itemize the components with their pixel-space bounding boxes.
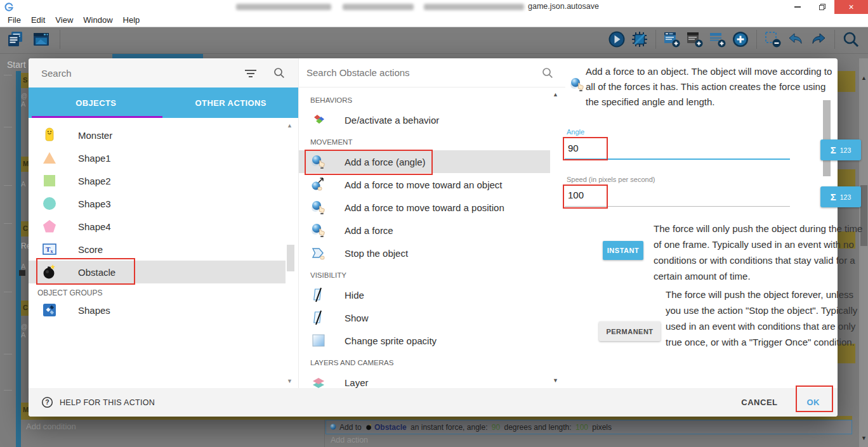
section-header-behaviors: BEHAVIORS: [299, 94, 565, 106]
restore-button[interactable]: [810, 0, 834, 14]
condition-action-divider: [324, 420, 325, 447]
scroll-up-icon[interactable]: ▲: [553, 91, 558, 98]
angle-label: Angle: [567, 128, 584, 136]
expression-123-label: 123: [840, 193, 852, 201]
angle-expression-button[interactable]: Σ 123: [820, 139, 861, 160]
action-item-layer[interactable]: Layer: [299, 371, 550, 388]
action-item-force-toward-object[interactable]: Add a force to move toward an object: [299, 173, 550, 196]
play-icon: [607, 30, 626, 49]
selected-action-row: Add to Obstacle an instant force, angle:…: [326, 420, 852, 434]
object-name: Monster: [78, 130, 112, 141]
debug-icon: [630, 30, 649, 49]
event-group-header: [838, 71, 855, 92]
annotation-box-add-force-angle: [305, 150, 433, 175]
list-item-score[interactable]: Tx Score: [29, 238, 286, 261]
tab-objects[interactable]: OBJECTS: [29, 87, 164, 118]
undo-icon: [786, 30, 805, 49]
list-item-shape2[interactable]: Shape2: [29, 169, 286, 192]
action-item-force-toward-position[interactable]: Add a force to move toward a position: [299, 196, 550, 219]
annotation-box-obstacle: [36, 258, 135, 285]
action-item-deactivate-behavior[interactable]: De/activate a behavior: [299, 108, 550, 131]
action-object-name: Obstacle: [374, 423, 407, 432]
scroll-down-icon[interactable]: ▼: [553, 377, 558, 384]
event-mini-icon: [19, 270, 25, 276]
close-button[interactable]: ×: [834, 0, 868, 14]
annotation-box-speed-value: [563, 185, 608, 209]
add-condition-placeholder: Add condition: [26, 422, 76, 431]
menu-bar: File Edit View Window Help: [0, 14, 868, 27]
help-icon: ?: [41, 396, 53, 408]
actions-search-bar: [299, 58, 565, 87]
minimize-icon: [794, 6, 801, 8]
square-icon: [41, 172, 58, 189]
toolbar: [0, 27, 868, 54]
list-item-monster[interactable]: Monster: [29, 124, 286, 146]
action-angle-value: 90: [492, 423, 500, 432]
speed-label: Speed (in pixels per second): [567, 176, 655, 183]
section-header-movement: MOVEMENT: [299, 136, 565, 148]
event-text-fragment: A: [21, 180, 25, 188]
text-object-icon: Tx: [41, 241, 58, 257]
bomb-icon: [365, 424, 372, 431]
object-name: Shapes: [78, 305, 110, 316]
actions-search-input[interactable]: [306, 67, 522, 78]
scroll-down-icon[interactable]: ▼: [287, 378, 293, 384]
permanent-button[interactable]: PERMANENT: [599, 321, 661, 341]
objects-search-input[interactable]: [41, 68, 232, 79]
menu-window[interactable]: Window: [78, 14, 117, 27]
action-item-change-opacity[interactable]: Change sprite opacity: [299, 329, 550, 352]
action-item-add-force[interactable]: Add a force: [299, 219, 550, 242]
event-indent-bar: [16, 71, 21, 447]
minimize-button[interactable]: [785, 0, 810, 14]
group-icon: [41, 302, 58, 318]
object-name: Score: [78, 244, 103, 255]
tree-tick: [4, 390, 12, 391]
action-config-panel: Add a force to an object. The object wil…: [565, 58, 838, 388]
menu-help[interactable]: Help: [118, 14, 145, 27]
restore-icon: [819, 3, 826, 11]
tree-tick: [4, 292, 12, 292]
cancel-button[interactable]: CANCEL: [741, 398, 777, 407]
dialog-footer: ? HELP FOR THIS ACTION CANCEL OK: [29, 388, 838, 417]
actions-panel: BEHAVIORS De/activate a behavior MOVEMEN…: [298, 58, 565, 388]
list-item-shape3[interactable]: Shape3: [29, 192, 286, 215]
blurred-path-text: [424, 4, 524, 10]
tree-tick: [4, 354, 12, 354]
action-item-show[interactable]: Show: [299, 306, 550, 329]
force-icon: [329, 423, 338, 431]
menu-view[interactable]: View: [50, 14, 78, 27]
list-item-shape4[interactable]: Shape4: [29, 215, 286, 238]
action-item-hide[interactable]: Hide: [299, 283, 550, 306]
actions-list: BEHAVIORS De/activate a behavior MOVEMEN…: [299, 87, 565, 388]
scroll-up-icon[interactable]: ▲: [287, 122, 293, 129]
action-label: Add a force to move toward an object: [345, 179, 502, 190]
redo-icon: [809, 30, 828, 49]
blurred-path-text: [343, 4, 414, 10]
action-item-stop-object[interactable]: Stop the object: [299, 242, 550, 264]
objects-scrollbar-thumb[interactable]: [287, 245, 294, 271]
tab-other-actions[interactable]: OTHER ACTIONS: [164, 87, 299, 118]
object-name: Shape3: [78, 198, 111, 209]
menu-file[interactable]: File: [3, 14, 26, 27]
event-text-fragment: @: [21, 93, 27, 100]
event-text-fragment: A: [21, 100, 25, 108]
search-icon: [841, 30, 860, 49]
action-label: De/activate a behavior: [345, 115, 439, 126]
help-link[interactable]: ? HELP FOR THIS ACTION: [41, 396, 155, 408]
hide-icon: [310, 287, 327, 303]
add-action-placeholder: Add action: [331, 436, 368, 444]
opacity-icon: [310, 332, 327, 349]
filter-icon[interactable]: [244, 68, 257, 79]
tab-objects-label: OBJECTS: [76, 98, 116, 108]
section-header-visibility: VISIBILITY: [299, 269, 565, 281]
speed-expression-button[interactable]: Σ 123: [820, 186, 861, 207]
menu-edit[interactable]: Edit: [26, 14, 50, 27]
tree-tick: [4, 75, 12, 75]
behavior-icon: [310, 112, 327, 128]
object-name: Shape2: [78, 176, 111, 186]
list-item-shape1[interactable]: Shape1: [29, 146, 286, 169]
instant-button[interactable]: INSTANT: [603, 241, 643, 260]
action-label: Layer: [345, 377, 369, 388]
toolbar-divider: [655, 30, 656, 49]
list-item-shapes-group[interactable]: Shapes: [29, 299, 286, 321]
